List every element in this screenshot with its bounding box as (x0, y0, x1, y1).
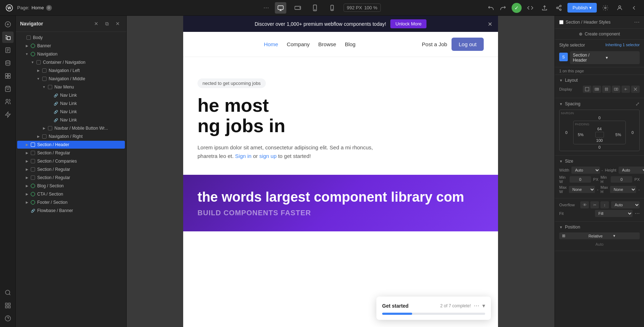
pages-btn[interactable] (2, 44, 14, 56)
viewport-size[interactable]: 992 PX 100 % (343, 4, 381, 12)
logout-btn[interactable]: Log out (452, 38, 484, 51)
tablet-portrait-btn[interactable] (309, 2, 321, 14)
hero-signin-link[interactable]: Sign in (235, 153, 252, 159)
margin-left-input[interactable] (561, 130, 572, 135)
section-style-checkbox[interactable] (559, 20, 564, 24)
undo-btn[interactable] (485, 2, 497, 14)
fit-more-icon[interactable]: ⋯ (635, 211, 640, 216)
post-job-btn[interactable]: Post a Job (422, 41, 447, 47)
create-component-btn[interactable]: ⊕ Create component (555, 29, 644, 40)
tree-item-nav-link-2[interactable]: 🔗 Nav Link (17, 100, 125, 107)
more-options-icon[interactable]: ⋯ (263, 4, 269, 11)
display-inline-icon[interactable] (621, 86, 630, 93)
spacing-expand-btn[interactable]: ⤢ (635, 101, 640, 107)
navigator-btn[interactable] (2, 32, 14, 43)
overflow-select[interactable]: AutoHiddenScrollVisible (611, 201, 640, 208)
export-btn[interactable] (539, 2, 550, 14)
tree-item-blog-section[interactable]: ▶ Blog / Section (17, 182, 125, 190)
tree-item-section-regular-1[interactable]: ▶ Section / Regular (17, 149, 125, 157)
overflow-scroll-icon[interactable]: ↕ (600, 201, 609, 208)
navigator-duplicate-btn[interactable]: ⧉ (103, 19, 111, 28)
tree-item-footer-section[interactable]: ▶ Footer / Section (17, 198, 125, 206)
search-btn[interactable] (2, 287, 14, 298)
size-section-header[interactable]: ▼ Size (559, 159, 640, 164)
tree-item-nav-link-1[interactable]: 🔗 Nav Link (17, 91, 125, 99)
margin-bottom-input[interactable] (592, 145, 607, 149)
help-btn[interactable] (2, 313, 14, 324)
max-w-select[interactable]: Nonepx% (569, 186, 595, 193)
users-btn[interactable] (2, 96, 14, 107)
nav-link-blog[interactable]: Blog (345, 41, 356, 47)
navigator-detach-btn[interactable]: ✕ (113, 19, 122, 28)
nav-link-home[interactable]: Home (264, 41, 278, 47)
tree-item-section-header[interactable]: ▶ Section / Header (17, 141, 125, 149)
tree-item-nav-menu[interactable]: ▼ Nav Menu (17, 83, 125, 91)
margin-top-input[interactable] (592, 116, 607, 120)
tree-item-nav-left[interactable]: ▶ Navigation / Left (17, 67, 125, 74)
unlock-more-btn[interactable]: Unlock More (390, 19, 426, 28)
min-w-input[interactable] (570, 176, 591, 183)
tree-item-section-regular-3[interactable]: ▶ Section / Regular (17, 174, 125, 182)
spacing-section-header[interactable]: ▼ Spacing ⤢ (559, 101, 640, 107)
tree-item-banner[interactable]: ▶ Banner (17, 42, 125, 50)
tree-item-flowbase-banner[interactable]: 🔗 Flowbase / Banner (17, 207, 125, 215)
display-none-icon[interactable] (631, 86, 640, 93)
overflow-clip-icon[interactable]: ✂ (590, 201, 599, 208)
position-type-dropdown[interactable]: ⊞ Relative ▾ (559, 232, 640, 239)
tree-item-navigation[interactable]: ▼ Navigation (17, 50, 125, 58)
layout-section-header[interactable]: ▼ Layout (559, 78, 640, 83)
margin-right-input[interactable] (627, 130, 638, 135)
gs-more-icon[interactable]: ⋯ (474, 302, 479, 309)
redo-btn[interactable] (497, 2, 509, 14)
padding-left-input[interactable] (575, 133, 586, 137)
rp-menu-btn[interactable]: ⋯ (634, 19, 640, 25)
style-type-icon[interactable]: S (559, 53, 568, 61)
display-inline-block-icon[interactable] (612, 86, 620, 93)
padding-right-input[interactable] (613, 133, 624, 137)
position-section-header[interactable]: ▼ Position (559, 225, 640, 230)
fit-select[interactable]: FillContainCover (595, 210, 633, 217)
collapse-btn[interactable] (628, 2, 640, 14)
extensions-btn[interactable] (2, 300, 14, 311)
tree-item-body[interactable]: Body (17, 34, 125, 42)
tree-item-section-regular-2[interactable]: ▶ Section / Regular (17, 165, 125, 173)
banner-close-icon[interactable]: ✕ (488, 20, 492, 27)
tree-item-nav-link-4[interactable]: 🔗 Nav Link (17, 116, 125, 124)
display-flex-icon[interactable] (592, 86, 601, 93)
desktop-view-btn[interactable] (275, 2, 286, 14)
tree-item-container-nav[interactable]: ▼ Container / Navigation (17, 58, 125, 66)
display-grid-icon[interactable] (602, 86, 611, 93)
max-h-select[interactable]: Nonepx% (610, 186, 636, 193)
page-settings-icon[interactable]: ⚙ (46, 5, 52, 11)
padding-top-input[interactable] (592, 127, 607, 131)
height-select[interactable]: Autopx% (619, 167, 644, 174)
tree-item-nav-link-3[interactable]: 🔗 Nav Link (17, 108, 125, 116)
tree-item-navbar-mobile[interactable]: ▶ Navbar / Mobile Button Wr... (17, 124, 125, 132)
min-h-input[interactable] (611, 176, 632, 183)
hero-signup-link[interactable]: sign up (259, 153, 277, 159)
cms-btn[interactable] (2, 57, 14, 69)
share-btn[interactable] (553, 2, 565, 14)
tablet-landscape-btn[interactable] (292, 2, 303, 14)
tree-item-section-companies[interactable]: ▶ Section / Companies (17, 157, 125, 165)
navigator-close-btn[interactable]: ✕ (92, 19, 101, 28)
publish-btn[interactable]: Publish ▾ (567, 3, 597, 13)
interactions-btn[interactable] (2, 109, 14, 120)
tree-item-cta-section[interactable]: ▶ CTA / Section (17, 190, 125, 198)
mobile-btn[interactable] (326, 2, 338, 14)
nav-link-browse[interactable]: Browse (318, 41, 336, 47)
ecommerce-btn[interactable] (2, 83, 14, 95)
tree-item-nav-right[interactable]: ▶ Navigation / Right (17, 133, 125, 140)
gs-collapse-icon[interactable]: ▾ (482, 302, 485, 309)
add-element-btn[interactable] (2, 19, 14, 30)
user-btn[interactable] (614, 2, 625, 14)
width-select[interactable]: Autopx% (571, 167, 600, 174)
assets-btn[interactable] (2, 70, 14, 82)
overflow-visible-icon[interactable]: 👁 (580, 201, 589, 208)
nav-link-company[interactable]: Company (287, 41, 309, 47)
inherit-selector-link[interactable]: Inheriting 1 selector (605, 43, 640, 48)
code-btn[interactable] (525, 2, 536, 14)
settings-btn[interactable] (600, 2, 611, 14)
display-block-icon[interactable] (583, 86, 591, 93)
padding-bottom-input[interactable] (592, 138, 607, 143)
